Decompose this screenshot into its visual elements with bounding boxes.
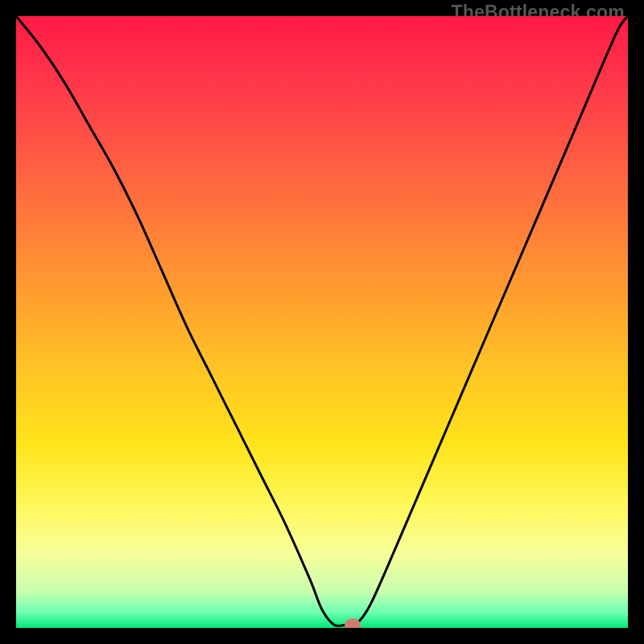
chart-svg bbox=[16, 16, 628, 628]
chart-frame: TheBottleneck.com bbox=[0, 0, 644, 644]
chart-stage bbox=[16, 16, 628, 628]
plot-background bbox=[16, 16, 628, 628]
